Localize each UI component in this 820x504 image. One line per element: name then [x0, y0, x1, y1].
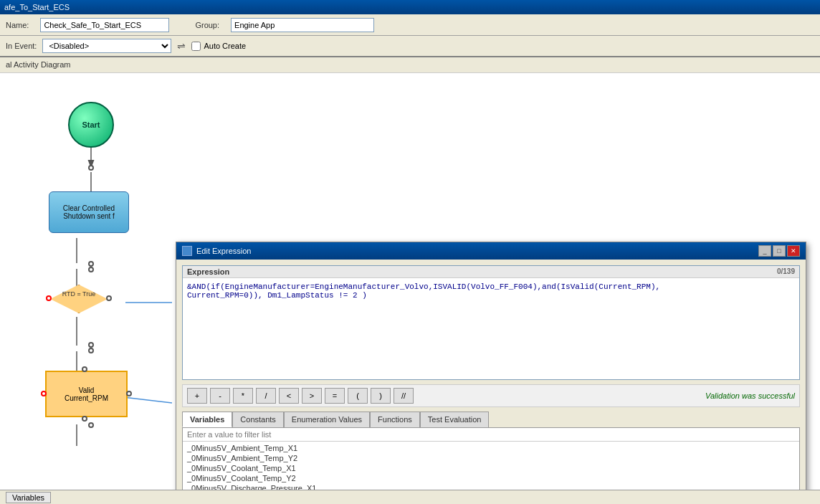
op-lt[interactable]: < [279, 388, 299, 404]
tab-constants[interactable]: Constants [232, 412, 284, 427]
event-select[interactable]: <Disabled> [42, 39, 171, 53]
op-divide[interactable]: / [256, 388, 276, 404]
op-multiply[interactable]: * [233, 388, 253, 404]
valid-bot-dot [82, 416, 87, 422]
rtd-decision[interactable]: RTD = True [50, 285, 108, 313]
connector-dot-6 [88, 422, 94, 428]
connector-dot-4 [88, 342, 94, 348]
window-title: afe_To_Start_ECS [4, 3, 70, 11]
dialog-titlebar: Edit Expression _ □ ✕ [176, 242, 806, 260]
dialog-title-left: Edit Expression [182, 246, 251, 256]
variable-list: _0Minus5V_Ambient_Temp_X1 _0Minus5V_Ambi… [183, 442, 799, 490]
status-tab-variables[interactable]: Variables [6, 492, 51, 503]
status-bar: Variables [0, 490, 820, 504]
close-button[interactable]: ✕ [787, 245, 800, 257]
maximize-button[interactable]: □ [773, 245, 786, 257]
connector-dot-3 [88, 267, 94, 272]
auto-create-label: Auto Create [191, 42, 246, 51]
op-comment[interactable]: // [394, 388, 414, 404]
op-lparen[interactable]: ( [348, 388, 368, 404]
op-plus[interactable]: + [187, 388, 207, 404]
tab-variables[interactable]: Variables [182, 412, 232, 427]
valid-red-dot [41, 391, 47, 396]
event-label: In Event: [6, 42, 37, 50]
expression-label: Expression [187, 267, 229, 276]
rtd-red-dot [46, 295, 52, 301]
valid-right-dot [126, 391, 132, 396]
tabs-row: Variables Constants Enumeration Values F… [182, 412, 800, 428]
edit-expression-dialog: Edit Expression _ □ ✕ Expression 0/139 &… [176, 242, 806, 490]
op-eq[interactable]: = [325, 388, 345, 404]
op-minus[interactable]: - [210, 388, 230, 404]
list-item[interactable]: _0Minus5V_Discharge_Pressure_X1 [183, 483, 799, 490]
list-item[interactable]: _0Minus5V_Coolant_Temp_X1 [183, 463, 799, 473]
dialog-icon [182, 246, 192, 256]
list-item[interactable]: _0Minus5V_Coolant_Temp_Y2 [183, 473, 799, 483]
group-input[interactable] [231, 18, 374, 32]
expression-counter: 0/139 [777, 267, 795, 276]
rtd-right-dot [106, 295, 112, 301]
dialog-body: Expression 0/139 &AND(if(EngineManufactu… [176, 260, 806, 490]
dialog-title: Edit Expression [196, 247, 251, 255]
name-group-row: Name: Group: [0, 14, 820, 36]
filter-input[interactable] [183, 428, 799, 442]
operator-bar: + - * / < > = ( ) // Validation was succ… [182, 384, 800, 407]
dialog-title-buttons: _ □ ✕ [758, 245, 800, 257]
connector-dot-1 [88, 165, 94, 171]
tab-functions[interactable]: Functions [370, 412, 420, 427]
main-window: afe_To_Start_ECS Name: Group: In Event: … [0, 0, 820, 504]
clear-node[interactable]: Clear Controlled Shutdown sent f [49, 191, 129, 233]
diagram-label-row: al Activity Diagram [0, 57, 820, 73]
tab-test-eval[interactable]: Test Evaluation [420, 412, 490, 427]
group-label: Group: [195, 21, 219, 29]
diagram-label: al Activity Diagram [6, 60, 70, 69]
event-row: In Event: <Disabled> ⇌ Auto Create [0, 36, 820, 57]
list-item[interactable]: _0Minus5V_Ambient_Temp_X1 [183, 443, 799, 453]
op-rparen[interactable]: ) [371, 388, 391, 404]
sync-icon: ⇌ [177, 40, 186, 52]
tabs-section: Variables Constants Enumeration Values F… [182, 412, 800, 490]
connector-dot-2 [88, 261, 94, 267]
connector-dot-5 [88, 348, 94, 353]
validation-message: Validation was successful [705, 391, 795, 400]
operator-bar-left: + - * / < > = ( ) // [187, 388, 414, 404]
expression-section: Expression 0/139 &AND(if(EngineManufactu… [182, 265, 800, 380]
auto-create-checkbox[interactable] [191, 42, 201, 51]
minimize-button[interactable]: _ [758, 245, 771, 257]
start-node[interactable]: Start [68, 102, 114, 148]
valid-top-dot [82, 366, 87, 372]
valid-node[interactable]: Valid Current_RPM [45, 371, 128, 417]
expression-text[interactable]: &AND(if(EngineManufacturer=EngineManufac… [183, 278, 799, 379]
op-gt[interactable]: > [302, 388, 322, 404]
svg-line-8 [123, 397, 172, 403]
tab-content: _0Minus5V_Ambient_Temp_X1 _0Minus5V_Ambi… [182, 428, 800, 490]
name-label: Name: [6, 21, 29, 29]
canvas-area: Start Clear Controlled Shutdown sent f R… [0, 73, 820, 490]
title-bar: afe_To_Start_ECS [0, 0, 820, 14]
name-input[interactable] [40, 18, 169, 32]
list-item[interactable]: _0Minus5V_Ambient_Temp_Y2 [183, 453, 799, 463]
tab-enumeration[interactable]: Enumeration Values [284, 412, 370, 427]
expression-header: Expression 0/139 [183, 266, 799, 278]
